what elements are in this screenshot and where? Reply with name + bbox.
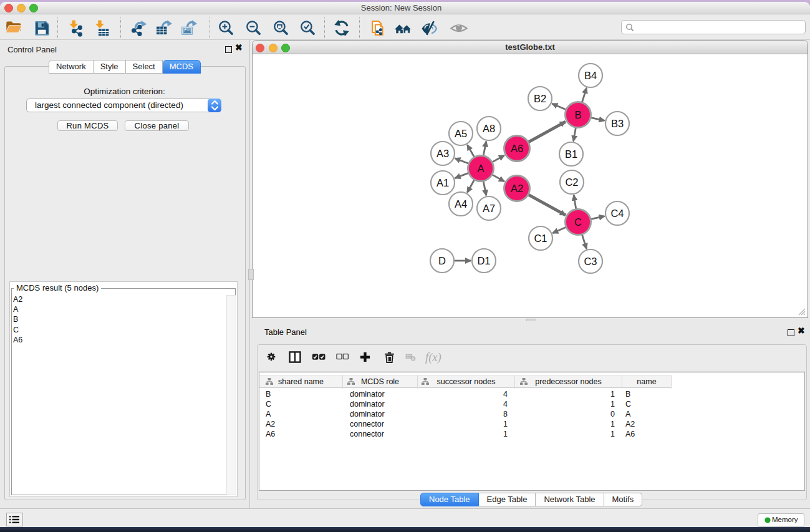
svg-text:C: C <box>574 216 582 228</box>
svg-text:D1: D1 <box>477 255 490 266</box>
svg-text:C2: C2 <box>565 177 578 188</box>
svg-text:C1: C1 <box>534 233 547 244</box>
svg-text:B3: B3 <box>611 118 624 129</box>
svg-text:D: D <box>438 255 446 266</box>
svg-text:A5: A5 <box>455 128 467 139</box>
svg-text:A4: A4 <box>455 198 467 210</box>
svg-text:B2: B2 <box>534 93 546 104</box>
svg-text:B1: B1 <box>565 148 577 160</box>
svg-text:C4: C4 <box>610 208 624 219</box>
svg-text:A1: A1 <box>436 177 449 188</box>
svg-text:A2: A2 <box>511 183 523 194</box>
svg-text:B: B <box>574 109 581 120</box>
svg-text:B4: B4 <box>584 70 597 81</box>
svg-text:A7: A7 <box>483 203 495 214</box>
svg-text:A8: A8 <box>483 123 495 134</box>
svg-text:A: A <box>477 163 484 174</box>
svg-text:A3: A3 <box>436 148 449 159</box>
svg-text:A6: A6 <box>511 143 523 154</box>
svg-text:C3: C3 <box>584 256 597 267</box>
